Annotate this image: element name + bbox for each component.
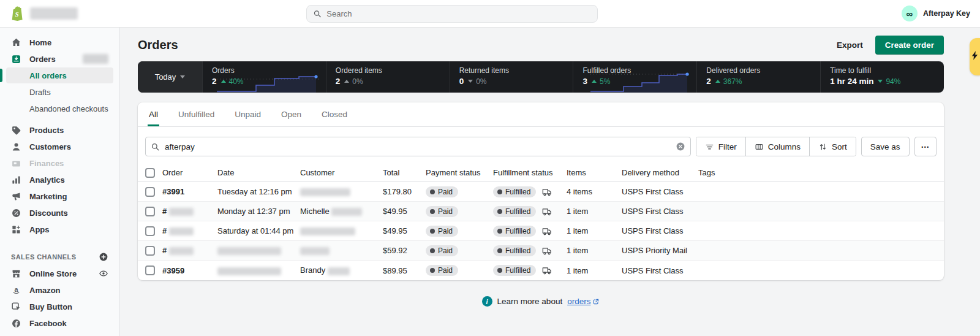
clear-search-button[interactable] [676,142,685,151]
sidebar-item-buy-button[interactable]: Buy Button [6,299,113,315]
payment-status: Paid [426,186,493,197]
tab-closed[interactable]: Closed [320,102,349,126]
sidebar-item-drafts[interactable]: Drafts [6,84,113,100]
add-sales-channel-button[interactable] [99,252,108,262]
sidebar-item-products[interactable]: Products [6,122,113,138]
status-dot [497,229,502,234]
order-row[interactable]: # Saturday at 01:44 pm $49.95 Paid Fulfi… [138,221,944,241]
orders-help-link[interactable]: orders [567,297,600,306]
tabs: All Unfulfilled Unpaid Open Closed [138,102,944,127]
sidebar-item-discounts[interactable]: Discounts [6,205,113,221]
search-icon [313,9,322,18]
sidebar-item-apps[interactable]: Apps [6,221,113,237]
afterpay-icon: ∞ [902,6,918,21]
order-row[interactable]: #3991 Tuesday at 12:16 pm $179.80 Paid F… [138,182,944,202]
truck-icon [541,206,552,217]
metric-returned-items[interactable]: Returned items 0 0% [450,61,573,93]
finances-icon [11,158,21,169]
export-button[interactable]: Export [831,36,869,54]
analytics-icon [11,175,21,185]
filter-icon [705,142,714,151]
row-checkbox[interactable] [145,246,155,256]
arrow-up-icon [221,80,226,83]
orders-search-field[interactable] [145,137,691,156]
orders-search-input[interactable] [165,142,671,151]
truck-icon [541,186,552,197]
sidebar-item-amazon[interactable]: a Amazon [6,282,113,298]
tab-unpaid[interactable]: Unpaid [233,102,262,126]
sidebar-item-marketing[interactable]: Marketing [6,188,113,204]
metric-value: 1 hr 24 min [830,77,873,86]
sidebar-item-analytics[interactable]: Analytics [6,172,113,188]
metric-label: Fulfilled orders [582,66,696,75]
filter-button[interactable]: Filter [696,137,745,156]
metric-value: 0 [459,77,464,86]
order-items: 1 item [567,246,622,255]
sidebar-item-abandoned-checkouts[interactable]: Abandoned checkouts [6,101,113,116]
order-items: 1 item [567,226,622,235]
sidebar-item-facebook[interactable]: Facebook [6,315,113,331]
metric-delivered-orders[interactable]: Delivered orders 2 367% [696,61,820,93]
status-dot [430,268,435,273]
order-row[interactable]: # Monday at 12:37 pm Michelle $49.95 Pai… [138,202,944,221]
shopify-bag-icon: S [10,6,24,21]
create-order-button[interactable]: Create order [875,36,944,55]
row-checkbox[interactable] [145,226,155,236]
sidebar-item-customers[interactable]: Customers [6,139,113,155]
sidebar-item-online-store[interactable]: Online Store [6,265,113,281]
row-checkbox[interactable] [145,207,155,216]
metric-label: Time to fulfill [830,66,944,75]
more-actions-button[interactable]: ⋯ [914,137,937,156]
view-store-eye-icon[interactable] [99,269,108,278]
row-checkbox[interactable] [145,187,155,197]
col-fulfillment-status: Fulfillment status [493,168,567,177]
order-row[interactable]: # $59.92 Paid Fulfilled 1 item USPS Prio… [138,241,944,261]
payment-status: Paid [426,265,493,276]
sidebar-item-label: All orders [29,71,67,80]
sidebar-item-orders[interactable]: Orders [6,51,113,67]
truck-icon [541,226,552,237]
amazon-icon: a [11,285,21,296]
tab-unfulfilled[interactable]: Unfulfilled [177,102,216,126]
metric-delta: 40% [221,77,244,86]
tab-open[interactable]: Open [280,102,303,126]
sales-channels-heading: SALES CHANNELS [6,252,113,262]
fulfillment-status: Fulfilled [493,186,567,197]
afterpay-key-menu[interactable]: ∞ Afterpay Key [902,6,970,21]
payment-status: Paid [426,245,493,256]
metric-orders[interactable]: Orders 2 40% [202,61,326,93]
metric-time-to-fulfill[interactable]: Time to fulfill 1 hr 24 min 94% [820,61,944,93]
close-circle-icon [676,142,685,151]
row-checkbox[interactable] [145,265,155,275]
save-as-button[interactable]: Save as [861,137,910,156]
page-header: Orders Export Create order [138,36,944,53]
global-search[interactable] [306,5,598,23]
tab-all[interactable]: All [148,102,159,126]
sidebar-item-home[interactable]: Home [6,34,113,50]
order-delivery: USPS Priority Mail [622,246,698,255]
marketing-icon [11,191,21,202]
order-number: # [162,226,217,235]
metric-label: Returned items [459,66,573,75]
metric-fulfilled-orders[interactable]: Fulfilled orders 3 5% [573,61,696,93]
metric-ordered-items[interactable]: Ordered items 2 0% [326,61,450,93]
sidebar-item-all-orders[interactable]: All orders [6,67,113,83]
sidebar-item-label: Apps [29,225,50,234]
col-tags: Tags [698,168,944,177]
sort-button[interactable]: Sort [809,137,856,156]
global-search-input[interactable] [326,9,591,18]
arrow-down-icon [468,80,473,83]
shopify-logo[interactable]: S [10,6,78,21]
order-customer [300,187,383,196]
quick-actions-flap[interactable] [970,38,980,75]
sidebar-item-label: Orders [29,55,56,64]
period-dropdown[interactable]: Today [138,61,202,93]
order-row[interactable]: #3959 Brandy $89.95 Paid Fulfilled 1 ite… [138,261,944,280]
columns-button[interactable]: Columns [745,137,809,156]
orders-badge-redacted [83,54,108,64]
fulfillment-status: Fulfilled [493,226,567,237]
buy-button-icon [11,302,21,312]
metric-label: Delivered orders [706,66,820,75]
select-all-checkbox[interactable] [145,168,155,178]
sidebar: Home Orders All orders Drafts Abandoned … [0,28,120,336]
